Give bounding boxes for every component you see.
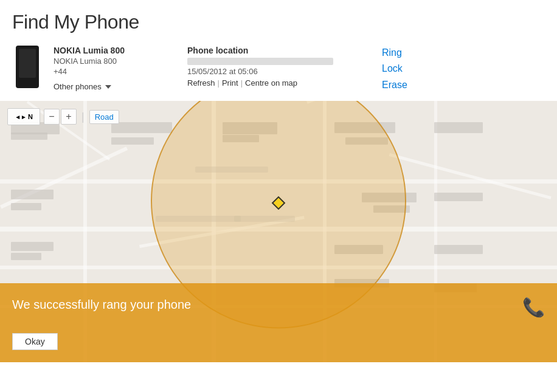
page-container: Find My Phone NOKIA Lumia 800 NOKIA Lumi…: [0, 0, 557, 392]
phone-location-section: Phone location 15/05/2012 at 05:06 Refre…: [187, 46, 358, 88]
phone-details: NOKIA Lumia 800 NOKIA Lumia 800 +44 Othe…: [54, 46, 163, 92]
zoom-controls: − +: [44, 109, 77, 125]
app-title: Find My Phone: [12, 11, 545, 33]
notification-banner: We successfully rang your phone 📞 Okay: [0, 283, 557, 362]
phone-number: +44: [54, 67, 163, 76]
phone-model: NOKIA Lumia 800: [54, 57, 163, 66]
nav-control[interactable]: ◄► N: [7, 108, 40, 125]
other-phones-label: Other phones: [54, 82, 102, 91]
location-address: [187, 58, 333, 65]
nav-arrows: ◄►: [15, 114, 27, 120]
action-buttons: Ring Lock Erase: [382, 46, 407, 92]
notification-text: We successfully rang your phone: [12, 298, 522, 312]
location-actions: Refresh | Print | Centre on map: [187, 78, 358, 88]
map-separator: |: [81, 111, 85, 123]
road-view-label: Road: [95, 112, 114, 122]
separator-2: |: [241, 78, 243, 88]
phone-image-container: [12, 46, 43, 88]
zoom-in-button[interactable]: +: [61, 109, 77, 125]
erase-button[interactable]: Erase: [382, 78, 407, 92]
phone-ring-icon: 📞: [522, 297, 545, 318]
refresh-link[interactable]: Refresh: [187, 78, 215, 88]
road-view-button[interactable]: Road: [89, 110, 119, 124]
okay-button[interactable]: Okay: [12, 333, 58, 350]
phone-info-section: NOKIA Lumia 800 NOKIA Lumia 800 +44 Othe…: [0, 40, 557, 101]
phone-image: [16, 46, 39, 88]
ring-button[interactable]: Ring: [382, 46, 407, 60]
map-controls: ◄► N − + | Road: [7, 108, 119, 125]
print-link[interactable]: Print: [222, 78, 238, 88]
location-label: Phone location: [187, 46, 358, 55]
header: Find My Phone: [0, 0, 557, 40]
other-phones-button[interactable]: Other phones: [54, 82, 111, 91]
phone-model-header: NOKIA Lumia 800: [54, 46, 163, 55]
map-container: ◄► N − + | Road We successfully rang you…: [0, 101, 557, 362]
chevron-down-icon: [105, 85, 111, 89]
phone-screen: [19, 49, 36, 78]
centre-on-map-link[interactable]: Centre on map: [245, 78, 297, 88]
nav-label: N: [28, 113, 33, 120]
location-time: 15/05/2012 at 05:06: [187, 67, 358, 76]
separator-1: |: [218, 78, 220, 88]
lock-button[interactable]: Lock: [382, 61, 407, 76]
zoom-out-button[interactable]: −: [44, 109, 60, 125]
